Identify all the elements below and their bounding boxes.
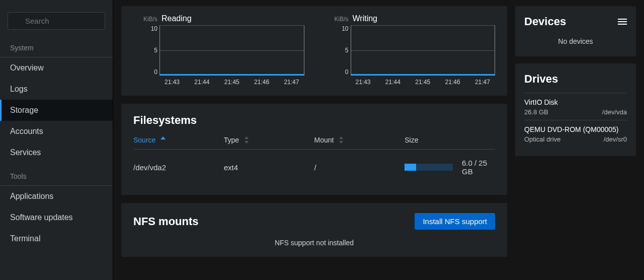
chart-x-tick: 21:47 [284, 79, 299, 86]
drive-path: /dev/sr0 [604, 135, 627, 143]
sidebar-item-software-updates[interactable]: Software updates [0, 207, 113, 228]
cell-size: 6.0 / 25 GB [405, 159, 495, 176]
sidebar-item-accounts[interactable]: Accounts [0, 121, 113, 142]
chart-writing-x-labels: 21:43 21:44 21:45 21:46 21:47 [351, 79, 496, 86]
nfs-title: NFS mounts [133, 215, 199, 228]
chart-y-tick: 0 [325, 68, 349, 76]
usage-bar-fill [405, 164, 416, 171]
charts-row: KiB/s Reading 10 5 0 [133, 14, 495, 86]
chart-writing-title: Writing [353, 14, 378, 23]
chart-reading-title: Reading [162, 14, 192, 23]
filesystems-card: Filesystems Source Type Mount [121, 104, 507, 195]
chart-gridline [160, 50, 304, 51]
col-type-label: Type [224, 136, 239, 144]
sidebar: System Overview Logs Storage Accounts Se… [0, 0, 113, 280]
sidebar-item-logs[interactable]: Logs [0, 79, 113, 100]
chart-reading-area [159, 25, 304, 76]
chart-reading-x-labels: 21:43 21:44 21:45 21:46 21:47 [159, 79, 304, 86]
chart-x-tick: 21:45 [415, 79, 430, 86]
main-column: KiB/s Reading 10 5 0 [121, 6, 507, 280]
cell-source: /dev/vda2 [133, 159, 224, 176]
devices-header: Devices [524, 15, 627, 28]
chart-gridline [351, 50, 495, 51]
chart-y-tick: 10 [133, 25, 157, 32]
chart-x-tick: 21:46 [445, 79, 460, 86]
sort-asc-icon [160, 136, 166, 144]
drives-title: Drives [524, 73, 558, 86]
sidebar-item-applications[interactable]: Applications [0, 186, 113, 207]
devices-title: Devices [524, 15, 566, 28]
chart-x-tick: 21:47 [475, 79, 490, 86]
chart-reading: KiB/s Reading 10 5 0 [133, 14, 304, 86]
chart-reading-plot: 10 5 0 21:43 21:44 21:45 21:46 [133, 25, 304, 86]
nfs-empty-text: NFS support not installed [133, 239, 495, 247]
drive-sub: 26.8 GB /dev/vda [524, 108, 627, 116]
hamburger-icon[interactable] [618, 19, 627, 25]
drive-item[interactable]: QEMU DVD-ROM (QM00005) Optical drive /de… [524, 120, 627, 147]
chart-y-tick: 10 [325, 25, 349, 32]
drive-size: 26.8 GB [524, 108, 548, 116]
chart-x-tick: 21:43 [356, 79, 371, 86]
chart-reading-header: KiB/s Reading [133, 14, 304, 23]
chart-y-tick: 5 [325, 47, 349, 54]
nfs-header: NFS mounts Install NFS support [133, 213, 495, 230]
col-type[interactable]: Type [224, 136, 314, 144]
filesystems-table: Source Type Mount Size [133, 136, 495, 185]
col-size-label: Size [405, 136, 418, 144]
drive-item[interactable]: VirtIO Disk 26.8 GB /dev/vda [524, 93, 627, 120]
cell-type: ext4 [224, 159, 314, 176]
drive-sub: Optical drive /dev/sr0 [524, 135, 627, 143]
col-mount[interactable]: Mount [314, 136, 405, 144]
chart-y-tick: 5 [133, 47, 157, 54]
chart-writing-header: KiB/s Writing [325, 14, 496, 23]
right-column: Devices No devices Drives VirtIO Disk 26… [515, 6, 636, 280]
chart-writing-y-labels: 10 5 0 [325, 25, 349, 76]
sidebar-item-services[interactable]: Services [0, 142, 113, 163]
chart-writing-unit: KiB/s [325, 16, 349, 23]
devices-card: Devices No devices [515, 6, 636, 56]
sidebar-item-storage[interactable]: Storage [0, 100, 113, 121]
col-mount-label: Mount [314, 136, 334, 144]
chart-writing-area [351, 25, 496, 76]
col-size[interactable]: Size [405, 136, 495, 144]
chart-x-tick: 21:44 [385, 79, 400, 86]
chart-x-tick: 21:45 [224, 79, 239, 86]
filesystems-title: Filesystems [133, 114, 495, 127]
devices-empty-text: No devices [524, 35, 627, 47]
drive-name: VirtIO Disk [524, 98, 627, 106]
usage-text: 6.0 / 25 GB [462, 159, 495, 176]
sidebar-item-overview[interactable]: Overview [0, 57, 113, 79]
chart-x-tick: 21:44 [194, 79, 209, 86]
drives-header: Drives [524, 73, 627, 86]
table-row[interactable]: /dev/vda2 ext4 / 6.0 / 25 GB [133, 150, 495, 185]
col-source[interactable]: Source [133, 136, 224, 144]
cell-mount: / [314, 159, 405, 176]
col-source-label: Source [133, 136, 155, 144]
sidebar-item-terminal[interactable]: Terminal [0, 228, 113, 249]
chart-writing: KiB/s Writing 10 5 0 [325, 14, 496, 86]
io-charts-card: KiB/s Reading 10 5 0 [121, 6, 507, 96]
install-nfs-button[interactable]: Install NFS support [415, 213, 495, 230]
drive-path: /dev/vda [602, 108, 627, 116]
main-content: KiB/s Reading 10 5 0 [113, 0, 644, 280]
nav-group-system: System [0, 35, 113, 57]
sort-icon [244, 136, 249, 144]
drive-type: Optical drive [524, 135, 560, 143]
chart-x-tick: 21:46 [254, 79, 269, 86]
chart-reading-y-labels: 10 5 0 [133, 25, 157, 76]
drives-card: Drives VirtIO Disk 26.8 GB /dev/vda QEMU… [515, 63, 636, 156]
chart-x-tick: 21:43 [165, 79, 180, 86]
nav-group-tools: Tools [0, 163, 113, 186]
chart-reading-line [160, 74, 304, 75]
filesystems-header-row: Source Type Mount Size [133, 136, 495, 150]
usage-bar [405, 164, 453, 171]
nfs-card: NFS mounts Install NFS support NFS suppo… [121, 203, 507, 257]
chart-writing-plot: 10 5 0 21:43 21:44 21:45 21:46 [325, 25, 496, 86]
chart-reading-unit: KiB/s [133, 16, 157, 23]
sort-icon [339, 136, 344, 144]
chart-y-tick: 0 [133, 68, 157, 76]
chart-writing-line [351, 74, 495, 75]
search-input[interactable] [8, 12, 105, 30]
drive-name: QEMU DVD-ROM (QM00005) [524, 125, 627, 133]
search-container [0, 6, 113, 35]
